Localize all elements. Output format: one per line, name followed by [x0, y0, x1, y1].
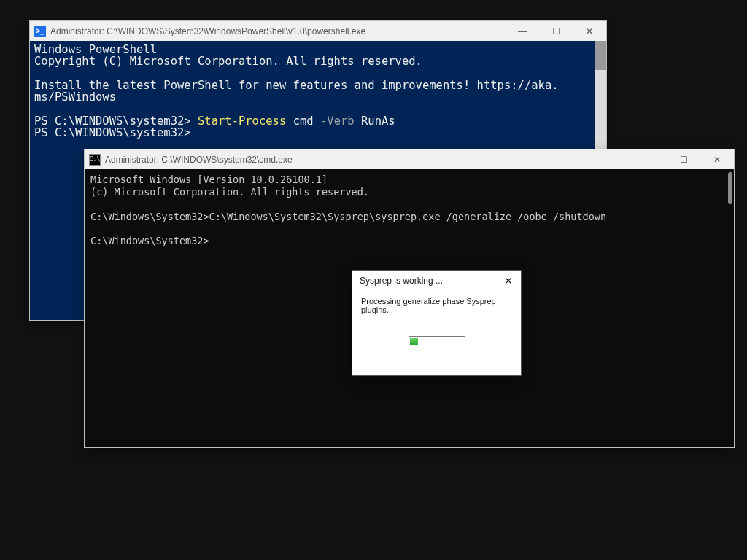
powershell-scrollthumb[interactable] — [595, 41, 606, 70]
cmd-icon: C:\ — [89, 154, 101, 166]
powershell-icon: >_ — [34, 26, 46, 37]
cmd-title-text: Administrator: C:\WINDOWS\system32\cmd.e… — [105, 155, 633, 165]
sysprep-dialog: Sysprep is working ... ✕ Processing gene… — [352, 270, 522, 376]
cmd-titlebar[interactable]: C:\ Administrator: C:\WINDOWS\system32\c… — [85, 149, 734, 169]
cmd-scrollthumb[interactable] — [728, 172, 732, 204]
close-button[interactable]: ✕ — [573, 21, 606, 41]
powershell-titlebar[interactable]: >_ Administrator: C:\WINDOWS\System32\Wi… — [30, 21, 606, 41]
sysprep-progressbar — [409, 336, 465, 346]
maximize-button[interactable]: ☐ — [539, 21, 573, 41]
ps-flag: -Verb — [320, 114, 355, 128]
cmd-line: (c) Microsoft Corporation. All rights re… — [90, 186, 369, 198]
cmd-window-controls: — ☐ ✕ — [633, 149, 734, 169]
cmd-prompt: C:\Windows\System32> — [90, 235, 209, 246]
close-icon[interactable]: ✕ — [502, 274, 515, 287]
sysprep-message: Processing generalize phase Sysprep plug… — [361, 297, 512, 314]
powershell-title-text: Administrator: C:\WINDOWS\System32\Windo… — [50, 26, 506, 36]
ps-line: ms/PSWindows — [34, 90, 116, 104]
ps-prompt: PS C:\WINDOWS\system32> — [34, 126, 191, 139]
minimize-button[interactable]: — — [633, 149, 667, 169]
close-button[interactable]: ✕ — [700, 149, 734, 169]
maximize-button[interactable]: ☐ — [667, 149, 700, 169]
ps-arg: RunAs — [355, 114, 395, 128]
cmd-line: C:\Windows\System32>C:\Windows\System32\… — [90, 211, 606, 222]
ps-cmdlet: Start-Process — [198, 114, 286, 128]
cmd-line: Microsoft Windows [Version 10.0.26100.1] — [90, 174, 328, 185]
powershell-window-controls: — ☐ ✕ — [506, 21, 606, 41]
ps-line: Copyright (C) Microsoft Corporation. All… — [34, 55, 422, 68]
ps-arg: cmd — [286, 114, 320, 128]
minimize-button[interactable]: — — [506, 21, 539, 41]
sysprep-title-text: Sysprep is working ... — [360, 276, 443, 286]
sysprep-body: Processing generalize phase Sysprep plug… — [352, 291, 521, 346]
sysprep-titlebar[interactable]: Sysprep is working ... ✕ — [352, 271, 521, 291]
sysprep-progress-fill — [410, 338, 418, 345]
